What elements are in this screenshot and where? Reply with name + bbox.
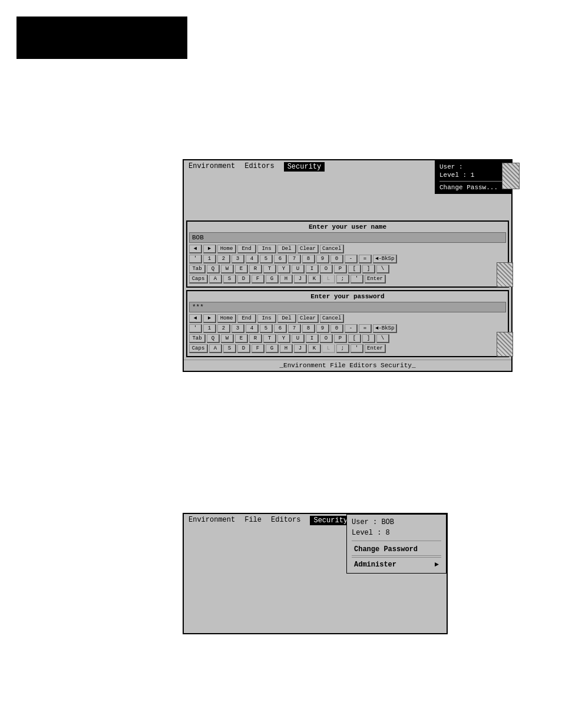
btn-clear-p[interactable]: Clear (297, 314, 319, 323)
btn-right-arrow-p[interactable]: ► (203, 314, 216, 323)
kb-g-p[interactable]: G (266, 344, 279, 353)
kb-rbr-u[interactable]: ] (362, 265, 375, 274)
kb-s-p[interactable]: S (223, 344, 236, 353)
kb-6-p[interactable]: 6 (274, 324, 287, 333)
btn-home-u[interactable]: Home (217, 245, 236, 253)
kb-bksp-u[interactable]: ◄-BkSp (373, 255, 397, 263)
kb-p-p[interactable]: P (334, 334, 347, 343)
kb-4-p[interactable]: 4 (246, 324, 259, 333)
kb-caps-p[interactable]: Caps (189, 344, 208, 353)
btn-left-arrow-p[interactable]: ◄ (189, 314, 202, 323)
kb-enter-u[interactable]: Enter (365, 275, 386, 284)
kb-3-p[interactable]: 3 (232, 324, 244, 333)
kb-q-p[interactable]: Q (207, 334, 220, 343)
kb-d-u[interactable]: D (237, 275, 250, 284)
kb-u-p[interactable]: U (292, 334, 305, 343)
kb-r-p[interactable]: R (249, 334, 262, 343)
kb-tab-u[interactable]: Tab (189, 265, 206, 274)
kb-d-p[interactable]: D (237, 344, 250, 353)
kb-h-u[interactable]: H (280, 275, 293, 284)
kb-7-p[interactable]: 7 (288, 324, 301, 333)
kb-j-p[interactable]: J (294, 344, 307, 353)
p2-menu-file[interactable]: File (244, 516, 262, 525)
btn-del-u[interactable]: Del (277, 245, 296, 253)
btn-clear-u[interactable]: Clear (297, 245, 319, 253)
p2-dropdown-administer[interactable]: Administer ► (352, 559, 441, 571)
username-input[interactable]: BOB (189, 232, 506, 243)
p2-menu-editors[interactable]: Editors (271, 516, 300, 525)
kb-3-u[interactable]: 3 (232, 255, 244, 263)
kb-lbr-u[interactable]: [ (348, 265, 361, 274)
kb-semi-u[interactable]: ; (336, 275, 349, 284)
kb-caps-u[interactable]: Caps (189, 275, 208, 284)
kb-q-u[interactable]: Q (207, 265, 220, 274)
kb-f-u[interactable]: F (252, 275, 265, 284)
kb-tab-p[interactable]: Tab (189, 334, 206, 343)
kb-minus-u[interactable]: - (345, 255, 358, 263)
btn-right-arrow-u[interactable]: ► (203, 245, 216, 253)
kb-f-p[interactable]: F (252, 344, 265, 353)
kb-apos-p[interactable]: ' (351, 344, 363, 353)
kb-r-u[interactable]: R (249, 265, 262, 274)
kb-g-u[interactable]: G (266, 275, 279, 284)
kb-semi-p[interactable]: ; (336, 344, 349, 353)
kb-bkslash-p[interactable]: \ (376, 334, 389, 343)
kb-9-p[interactable]: 9 (316, 324, 329, 333)
kb-w-u[interactable]: W (221, 265, 234, 274)
kb-6-u[interactable]: 6 (274, 255, 287, 263)
kb-5-p[interactable]: 5 (260, 324, 273, 333)
btn-cancel-u[interactable]: Cancel (320, 245, 344, 253)
kb-uu[interactable]: U (292, 265, 305, 274)
kb-1-u[interactable]: 1 (203, 255, 216, 263)
kb-equals-p[interactable]: = (359, 324, 372, 333)
menu-security[interactable]: Security (284, 162, 325, 172)
kb-a-p[interactable]: A (209, 344, 222, 353)
p2-dropdown-change-password[interactable]: Change Password (352, 543, 441, 556)
kb-w-p[interactable]: W (221, 334, 234, 343)
dropdown-change-password[interactable]: Change Passw... (439, 183, 507, 192)
kb-o-p[interactable]: O (320, 334, 333, 343)
kb-l-u[interactable]: L (322, 275, 335, 284)
p2-menu-security[interactable]: Security (310, 516, 351, 525)
kb-h-p[interactable]: H (280, 344, 293, 353)
kb-tick-u[interactable]: ' (189, 255, 202, 263)
kb-minus-p[interactable]: - (345, 324, 358, 333)
kb-t-p[interactable]: T (263, 334, 276, 343)
kb-k-p[interactable]: K (308, 344, 321, 353)
kb-y-p[interactable]: Y (277, 334, 290, 343)
kb-enter-p[interactable]: Enter (365, 344, 386, 353)
kb-a-u[interactable]: A (209, 275, 222, 284)
kb-i-p[interactable]: I (306, 334, 319, 343)
btn-end-u[interactable]: End (237, 245, 256, 253)
kb-8-p[interactable]: 8 (302, 324, 315, 333)
kb-p-u[interactable]: P (334, 265, 347, 274)
kb-equals-u[interactable]: = (359, 255, 372, 263)
kb-5-u[interactable]: 5 (260, 255, 273, 263)
kb-1-p[interactable]: 1 (203, 324, 216, 333)
p2-menu-environment[interactable]: Environment (189, 516, 235, 525)
kb-j-u[interactable]: J (294, 275, 307, 284)
kb-y-u[interactable]: Y (277, 265, 290, 274)
kb-0-p[interactable]: 0 (330, 324, 343, 333)
btn-left-arrow-u[interactable]: ◄ (189, 245, 202, 253)
kb-k-u[interactable]: K (308, 275, 321, 284)
kb-e-u[interactable]: E (235, 265, 248, 274)
kb-tick-p[interactable]: ' (189, 324, 202, 333)
kb-4-u[interactable]: 4 (246, 255, 259, 263)
kb-lbr-p[interactable]: [ (348, 334, 361, 343)
kb-bksp-p[interactable]: ◄-BkSp (373, 324, 397, 333)
kb-bkslash-u[interactable]: \ (376, 265, 389, 274)
kb-apos-u[interactable]: ' (351, 275, 363, 284)
kb-l-p[interactable]: L (322, 344, 335, 353)
btn-home-p[interactable]: Home (217, 314, 236, 323)
kb-8-u[interactable]: 8 (302, 255, 315, 263)
btn-end-p[interactable]: End (237, 314, 256, 323)
kb-s-u[interactable]: S (223, 275, 236, 284)
kb-7-u[interactable]: 7 (288, 255, 301, 263)
password-input[interactable]: *** (189, 302, 506, 312)
btn-del-p[interactable]: Del (277, 314, 296, 323)
kb-t-u[interactable]: T (263, 265, 276, 274)
kb-2-u[interactable]: 2 (217, 255, 230, 263)
kb-2-p[interactable]: 2 (217, 324, 230, 333)
btn-ins-u[interactable]: Ins (257, 245, 276, 253)
